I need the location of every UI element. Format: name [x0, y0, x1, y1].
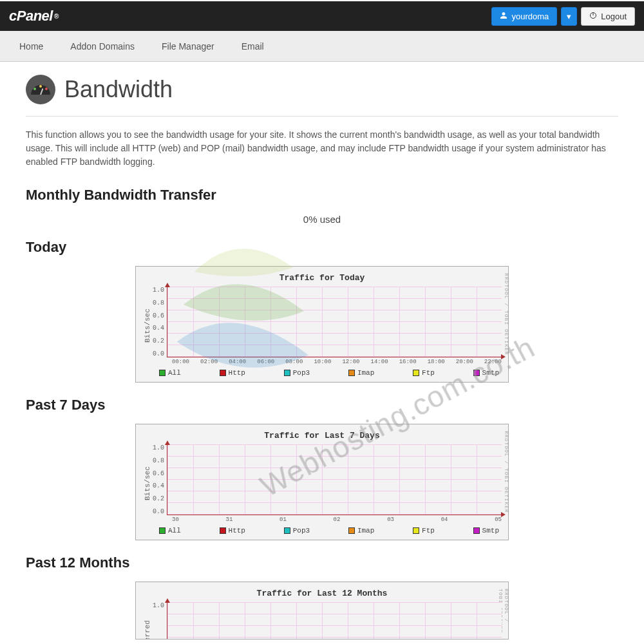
main-nav: Home Addon Domains File Manager Email: [0, 31, 644, 62]
chart-xticks: 30310102030405: [172, 516, 502, 523]
section-year: Past 12 Months: [26, 554, 618, 571]
chart-ylabel: Bits/sec: [142, 444, 153, 523]
chart-xticks: 00:0002:0004:0006:0008:0010:0012:0014:00…: [172, 359, 502, 365]
content: Bandwidth This function allows you to se…: [0, 62, 644, 644]
chart-title: Traffic for Last 12 Months: [142, 586, 502, 602]
user-menu-button[interactable]: yourdoma: [491, 7, 557, 26]
topbar-right: yourdoma ▾ Logout: [491, 7, 635, 26]
chart-7days: Traffic for Last 7 DaysRRDTOOL / TOBI OE…: [135, 424, 509, 540]
chevron-down-icon: ▾: [567, 12, 571, 21]
chart-yticks: 1.00.80.60.40.20.0: [153, 287, 167, 357]
chart-side-note: RRDTOOL / TOBI OETIKER: [504, 273, 509, 355]
chart-title: Traffic for Today: [142, 270, 502, 287]
chart-title: Traffic for Last 7 Days: [142, 428, 502, 444]
legend-item: Ftp: [413, 527, 435, 535]
chart-legend: All Http Pop3 Imap Ftp Smtp: [142, 365, 502, 378]
chart-yticks: 1.00.8: [153, 602, 167, 639]
usage-text: 0% used: [26, 214, 618, 225]
chart-ylabel: Bits/sec: [142, 287, 153, 365]
legend-item: Imap: [348, 369, 374, 377]
cpanel-logo: cPanel®: [9, 8, 59, 24]
nav-file-manager[interactable]: File Manager: [158, 32, 218, 61]
chart-side-note: RRDTOOL / TOBI OETIKER: [504, 431, 509, 513]
nav-addon-domains[interactable]: Addon Domains: [66, 32, 138, 61]
page-header: Bandwidth: [26, 75, 618, 117]
bandwidth-gauge-icon: [26, 75, 55, 104]
chart-ylabel: nsferred: [142, 602, 153, 639]
section-today: Today: [26, 239, 618, 256]
legend-item: Smtp: [473, 527, 499, 535]
section-week: Past 7 Days: [26, 397, 618, 413]
legend-item: Imap: [348, 527, 374, 535]
nav-home[interactable]: Home: [15, 32, 47, 61]
user-menu-caret[interactable]: ▾: [561, 7, 577, 26]
chart-12months: Traffic for Last 12 MonthsRRDTOOL / TOBI…: [135, 582, 509, 639]
legend-item: Http: [220, 527, 245, 535]
chart-grid: [167, 444, 502, 515]
user-label: yourdoma: [511, 12, 549, 21]
section-monthly: Monthly Bandwidth Transfer: [26, 187, 618, 204]
page-description: This function allows you to see the band…: [26, 128, 618, 169]
chart-legend: All Http Pop3 Imap Ftp Smtp: [142, 523, 502, 536]
legend-item: Http: [220, 369, 245, 377]
nav-email[interactable]: Email: [238, 32, 268, 61]
logout-button[interactable]: Logout: [581, 7, 635, 26]
chart-yticks: 1.00.80.60.40.20.0: [153, 444, 167, 515]
legend-item: Pop3: [284, 527, 310, 535]
chart-grid: [167, 602, 502, 639]
legend-item: All: [159, 369, 181, 377]
chart-today: Traffic for TodayRRDTOOL / TOBI OETIKERB…: [135, 266, 509, 383]
logout-icon: [589, 12, 597, 21]
chart-grid: [167, 287, 502, 357]
legend-item: Smtp: [473, 369, 499, 377]
logout-label: Logout: [601, 12, 627, 21]
legend-item: Pop3: [284, 369, 310, 377]
user-icon: [500, 12, 507, 21]
legend-item: Ftp: [413, 369, 435, 377]
top-bar: cPanel® yourdoma ▾ Logout: [0, 0, 644, 31]
legend-item: All: [159, 527, 181, 535]
page-title: Bandwidth: [64, 76, 173, 103]
